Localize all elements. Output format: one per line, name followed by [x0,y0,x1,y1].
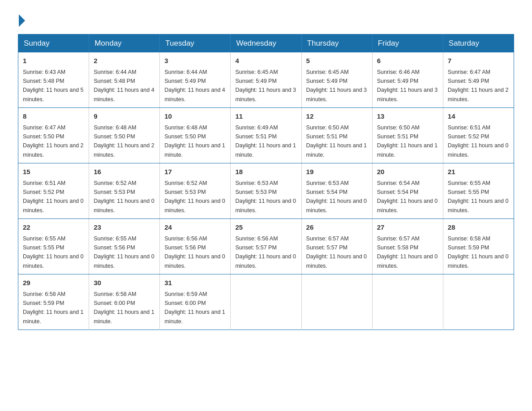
day-info: Sunrise: 6:44 AMSunset: 5:48 PMDaylight:… [94,69,154,103]
day-info: Sunrise: 6:51 AMSunset: 5:52 PMDaylight:… [23,180,84,214]
day-info: Sunrise: 6:52 AMSunset: 5:53 PMDaylight:… [164,180,225,214]
day-number: 16 [94,167,155,177]
day-info: Sunrise: 6:53 AMSunset: 5:53 PMDaylight:… [235,180,296,214]
day-info: Sunrise: 6:54 AMSunset: 5:54 PMDaylight:… [377,180,438,214]
calendar-day-cell: 18Sunrise: 6:53 AMSunset: 5:53 PMDayligh… [231,163,301,219]
day-info: Sunrise: 6:48 AMSunset: 5:50 PMDaylight:… [164,124,225,158]
calendar-day-cell: 3Sunrise: 6:44 AMSunset: 5:49 PMDaylight… [160,52,231,108]
day-number: 27 [377,223,438,233]
day-info: Sunrise: 6:56 AMSunset: 5:57 PMDaylight:… [235,235,296,269]
calendar-day-cell [372,274,443,330]
header-sunday: Sunday [18,34,89,53]
day-info: Sunrise: 6:44 AMSunset: 5:49 PMDaylight:… [164,69,225,103]
logo-triangle-icon [19,14,25,27]
header-thursday: Thursday [301,34,372,53]
header-monday: Monday [89,34,160,53]
calendar-week-row: 8Sunrise: 6:47 AMSunset: 5:50 PMDaylight… [18,108,514,163]
calendar-day-cell: 23Sunrise: 6:55 AMSunset: 5:56 PMDayligh… [89,219,160,274]
calendar-day-cell: 21Sunrise: 6:55 AMSunset: 5:55 PMDayligh… [443,163,514,219]
header-saturday: Saturday [443,34,514,53]
day-info: Sunrise: 6:51 AMSunset: 5:52 PMDaylight:… [448,124,509,158]
calendar-day-cell: 16Sunrise: 6:52 AMSunset: 5:53 PMDayligh… [89,163,160,219]
calendar-week-row: 22Sunrise: 6:55 AMSunset: 5:55 PMDayligh… [18,219,514,274]
calendar-day-cell [301,274,372,330]
calendar-day-cell: 31Sunrise: 6:59 AMSunset: 6:00 PMDayligh… [160,274,231,330]
day-number: 30 [94,278,155,288]
day-number: 23 [94,223,155,233]
calendar-day-cell [443,274,514,330]
calendar-day-cell: 26Sunrise: 6:57 AMSunset: 5:57 PMDayligh… [301,219,372,274]
day-info: Sunrise: 6:55 AMSunset: 5:55 PMDaylight:… [23,235,84,269]
calendar-day-cell: 1Sunrise: 6:43 AMSunset: 5:48 PMDaylight… [18,52,89,108]
day-info: Sunrise: 6:53 AMSunset: 5:54 PMDaylight:… [306,180,367,214]
calendar-week-row: 15Sunrise: 6:51 AMSunset: 5:52 PMDayligh… [18,163,514,219]
day-number: 21 [448,167,509,177]
day-number: 5 [306,56,368,66]
day-info: Sunrise: 6:56 AMSunset: 5:56 PMDaylight:… [164,235,225,269]
day-number: 19 [306,167,368,177]
day-number: 29 [23,278,84,288]
day-info: Sunrise: 6:47 AMSunset: 5:49 PMDaylight:… [448,69,509,103]
day-number: 8 [23,111,84,122]
logo [18,13,25,25]
day-number: 28 [448,223,509,233]
calendar-day-cell: 22Sunrise: 6:55 AMSunset: 5:55 PMDayligh… [18,219,89,274]
header-friday: Friday [372,34,443,53]
calendar-day-cell: 11Sunrise: 6:49 AMSunset: 5:51 PMDayligh… [231,108,301,163]
calendar-day-cell: 12Sunrise: 6:50 AMSunset: 5:51 PMDayligh… [301,108,372,163]
calendar-day-cell: 17Sunrise: 6:52 AMSunset: 5:53 PMDayligh… [160,163,231,219]
day-number: 1 [23,56,84,66]
calendar-day-cell: 10Sunrise: 6:48 AMSunset: 5:50 PMDayligh… [160,108,231,163]
day-number: 31 [164,278,226,288]
calendar-day-cell: 29Sunrise: 6:58 AMSunset: 5:59 PMDayligh… [18,274,89,330]
day-number: 2 [94,56,155,66]
day-info: Sunrise: 6:50 AMSunset: 5:51 PMDaylight:… [306,124,367,158]
day-number: 15 [23,167,84,177]
day-info: Sunrise: 6:45 AMSunset: 5:49 PMDaylight:… [235,69,296,103]
day-info: Sunrise: 6:58 AMSunset: 6:00 PMDaylight:… [94,291,154,325]
day-number: 10 [164,111,226,122]
day-info: Sunrise: 6:50 AMSunset: 5:51 PMDaylight:… [377,124,438,158]
day-info: Sunrise: 6:58 AMSunset: 5:59 PMDaylight:… [23,291,84,325]
calendar-day-cell: 19Sunrise: 6:53 AMSunset: 5:54 PMDayligh… [301,163,372,219]
calendar-day-cell: 2Sunrise: 6:44 AMSunset: 5:48 PMDaylight… [89,52,160,108]
day-number: 17 [164,167,226,177]
day-info: Sunrise: 6:57 AMSunset: 5:57 PMDaylight:… [306,235,367,269]
calendar-day-cell: 24Sunrise: 6:56 AMSunset: 5:56 PMDayligh… [160,219,231,274]
day-number: 11 [235,111,296,122]
calendar-day-cell: 30Sunrise: 6:58 AMSunset: 6:00 PMDayligh… [89,274,160,330]
day-number: 24 [164,223,226,233]
day-number: 18 [235,167,296,177]
calendar-day-cell: 15Sunrise: 6:51 AMSunset: 5:52 PMDayligh… [18,163,89,219]
calendar-table: SundayMondayTuesdayWednesdayThursdayFrid… [18,34,514,330]
day-number: 6 [377,56,438,66]
calendar-header-row: SundayMondayTuesdayWednesdayThursdayFrid… [18,34,514,53]
day-number: 26 [306,223,368,233]
header-tuesday: Tuesday [160,34,231,53]
day-info: Sunrise: 6:57 AMSunset: 5:58 PMDaylight:… [377,235,438,269]
day-info: Sunrise: 6:45 AMSunset: 5:49 PMDaylight:… [306,69,367,103]
calendar-week-row: 29Sunrise: 6:58 AMSunset: 5:59 PMDayligh… [18,274,514,330]
day-info: Sunrise: 6:43 AMSunset: 5:48 PMDaylight:… [23,69,84,103]
day-number: 9 [94,111,155,122]
day-info: Sunrise: 6:55 AMSunset: 5:56 PMDaylight:… [94,235,154,269]
calendar-week-row: 1Sunrise: 6:43 AMSunset: 5:48 PMDaylight… [18,52,514,108]
calendar-day-cell: 9Sunrise: 6:48 AMSunset: 5:50 PMDaylight… [89,108,160,163]
day-number: 13 [377,111,438,122]
calendar-day-cell: 25Sunrise: 6:56 AMSunset: 5:57 PMDayligh… [231,219,301,274]
day-info: Sunrise: 6:52 AMSunset: 5:53 PMDaylight:… [94,180,154,214]
calendar-day-cell: 5Sunrise: 6:45 AMSunset: 5:49 PMDaylight… [301,52,372,108]
day-info: Sunrise: 6:48 AMSunset: 5:50 PMDaylight:… [94,124,154,158]
page-header [18,13,514,25]
calendar-day-cell: 7Sunrise: 6:47 AMSunset: 5:49 PMDaylight… [443,52,514,108]
day-number: 12 [306,111,368,122]
day-number: 7 [448,56,509,66]
calendar-day-cell: 13Sunrise: 6:50 AMSunset: 5:51 PMDayligh… [372,108,443,163]
day-number: 14 [448,111,509,122]
day-number: 3 [164,56,226,66]
day-number: 25 [235,223,296,233]
day-info: Sunrise: 6:58 AMSunset: 5:59 PMDaylight:… [448,235,509,269]
day-number: 4 [235,56,296,66]
day-number: 20 [377,167,438,177]
calendar-day-cell: 4Sunrise: 6:45 AMSunset: 5:49 PMDaylight… [231,52,301,108]
